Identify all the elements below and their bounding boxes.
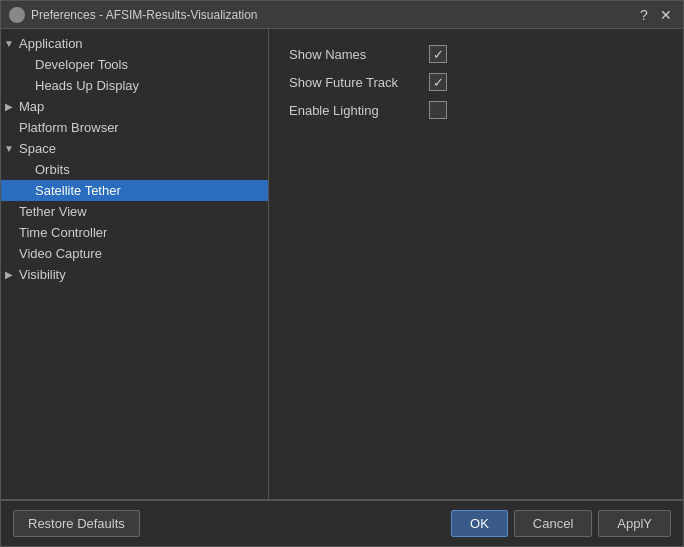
tree-item-video-capture[interactable]: Video Capture xyxy=(1,243,268,264)
tree-item-heads-up-display[interactable]: Heads Up Display xyxy=(1,75,268,96)
tree-label-visibility: Visibility xyxy=(17,267,66,282)
tree-item-visibility[interactable]: ▶Visibility xyxy=(1,264,268,285)
window-icon xyxy=(9,7,25,23)
tree-item-platform-browser[interactable]: Platform Browser xyxy=(1,117,268,138)
show-future-track-checkbox[interactable] xyxy=(429,73,447,91)
window-title: Preferences - AFSIM-Results-Visualizatio… xyxy=(31,8,635,22)
tree-label-map: Map xyxy=(17,99,44,114)
tree-label-developer-tools: Developer Tools xyxy=(33,57,128,72)
tree-label-heads-up-display: Heads Up Display xyxy=(33,78,139,93)
tree-item-tether-view[interactable]: Tether View xyxy=(1,201,268,222)
tree-item-map[interactable]: ▶Map xyxy=(1,96,268,117)
enable-lighting-checkbox[interactable] xyxy=(429,101,447,119)
ok-button[interactable]: OK xyxy=(451,510,508,537)
bottom-bar: Restore Defaults OK Cancel ApplY xyxy=(1,500,683,546)
tree-item-application[interactable]: ▼Application xyxy=(1,33,268,54)
tree-label-orbits: Orbits xyxy=(33,162,70,177)
tree-arrow-space: ▼ xyxy=(1,143,17,154)
show-names-label: Show Names xyxy=(289,47,429,62)
show-future-track-row: Show Future Track xyxy=(289,73,663,91)
restore-defaults-button[interactable]: Restore Defaults xyxy=(13,510,140,537)
tree-label-tether-view: Tether View xyxy=(17,204,87,219)
tree-label-application: Application xyxy=(17,36,83,51)
preferences-window: Preferences - AFSIM-Results-Visualizatio… xyxy=(0,0,684,547)
tree-item-space[interactable]: ▼Space xyxy=(1,138,268,159)
show-names-row: Show Names xyxy=(289,45,663,63)
tree-arrow-map: ▶ xyxy=(1,101,17,112)
apply-button[interactable]: ApplY xyxy=(598,510,671,537)
enable-lighting-label: Enable Lighting xyxy=(289,103,429,118)
content-area: ▼ApplicationDeveloper ToolsHeads Up Disp… xyxy=(1,29,683,499)
title-bar: Preferences - AFSIM-Results-Visualizatio… xyxy=(1,1,683,29)
tree-label-satellite-tether: Satellite Tether xyxy=(33,183,121,198)
tree-arrow-visibility: ▶ xyxy=(1,269,17,280)
tree-label-video-capture: Video Capture xyxy=(17,246,102,261)
enable-lighting-row: Enable Lighting xyxy=(289,101,663,119)
tree-arrow-application: ▼ xyxy=(1,38,17,49)
cancel-button[interactable]: Cancel xyxy=(514,510,592,537)
tree-label-space: Space xyxy=(17,141,56,156)
tree-item-developer-tools[interactable]: Developer Tools xyxy=(1,54,268,75)
tree-item-satellite-tether[interactable]: Satellite Tether xyxy=(1,180,268,201)
close-button[interactable]: ✕ xyxy=(657,6,675,24)
window-controls: ? ✕ xyxy=(635,6,675,24)
tree-panel: ▼ApplicationDeveloper ToolsHeads Up Disp… xyxy=(1,29,269,499)
help-button[interactable]: ? xyxy=(635,6,653,24)
show-future-track-label: Show Future Track xyxy=(289,75,429,90)
tree-item-orbits[interactable]: Orbits xyxy=(1,159,268,180)
show-names-checkbox[interactable] xyxy=(429,45,447,63)
options-panel: Show Names Show Future Track Enable Ligh… xyxy=(269,29,683,499)
tree-label-platform-browser: Platform Browser xyxy=(17,120,119,135)
tree-item-time-controller[interactable]: Time Controller xyxy=(1,222,268,243)
tree-label-time-controller: Time Controller xyxy=(17,225,107,240)
